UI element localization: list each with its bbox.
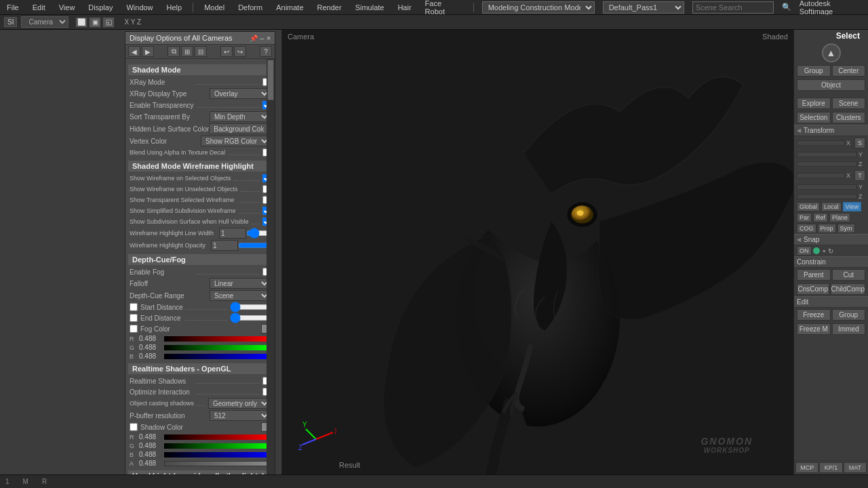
group2-btn[interactable]: Group (832, 309, 866, 321)
t-btn[interactable]: T (854, 170, 865, 181)
start-distance-slider[interactable] (230, 304, 271, 310)
camera-selector[interactable]: Camera (21, 16, 68, 28)
xray-display-type-dropdown[interactable]: Overlay (210, 88, 271, 99)
shadow-r-bar[interactable] (164, 434, 271, 440)
view-btn[interactable]: View (843, 202, 861, 211)
bottom-numbers: 1 M R (5, 478, 47, 485)
group-btn[interactable]: Group (797, 65, 831, 77)
fog-g-bar[interactable] (164, 345, 271, 350)
bottom-num-m: M (23, 478, 28, 485)
mcp-tab-btn[interactable]: MCP (795, 462, 818, 473)
object-btn[interactable]: Object (797, 79, 865, 91)
dialog-scrollbar[interactable] (267, 59, 275, 474)
menu-facerobot[interactable]: Face Robot (422, 0, 465, 17)
immed-btn[interactable]: Immed (832, 323, 866, 335)
cnscomp-btn[interactable]: CnsComp (797, 283, 829, 295)
on-btn[interactable]: ON (797, 246, 812, 256)
dlg-tb-a4[interactable]: ↩ (220, 46, 233, 57)
wireframe-line-width-input[interactable] (219, 228, 246, 239)
scene-search[interactable] (692, 1, 774, 14)
shadow-b-bar[interactable] (164, 452, 271, 458)
menu-edit[interactable]: Edit (30, 2, 48, 13)
menu-help[interactable]: Help (164, 2, 185, 13)
menu-simulate[interactable]: Simulate (353, 2, 387, 13)
start-distance-check[interactable] (130, 303, 138, 311)
menu-hair[interactable]: Hair (395, 2, 414, 13)
dialog-scrollbar-thumb[interactable] (267, 60, 274, 100)
select-cursor-icon[interactable]: ▲ (822, 43, 841, 62)
dlg-tb-a1[interactable]: ⧉ (167, 46, 180, 57)
dlg-tb-fwd[interactable]: ▶ (142, 46, 154, 57)
hidden-line-dropdown[interactable]: Background Color (209, 123, 275, 134)
pbuffer-dropdown[interactable]: 512 (210, 410, 271, 421)
dialog-pin-btn[interactable]: 📌 (250, 35, 258, 42)
freeze-btn[interactable]: Freeze (797, 309, 831, 321)
sort-transparent-dropdown[interactable]: Min Depth (210, 111, 271, 122)
dlg-tb-a5[interactable]: ↪ (234, 46, 246, 57)
x-slider[interactable] (797, 140, 845, 146)
cut-btn[interactable]: Cut (832, 269, 866, 281)
selection-btn[interactable]: Selection (797, 112, 831, 123)
fog-r-bar[interactable] (164, 336, 271, 342)
shadow-color-check[interactable] (130, 423, 138, 431)
falloff-dropdown[interactable]: Linear (210, 278, 271, 289)
shaded-mode-section: Shaded Mode (128, 64, 272, 75)
ref-btn[interactable]: Ref (813, 213, 828, 222)
snap-label: Snap (804, 236, 819, 243)
scene-btn[interactable]: Scene (832, 98, 866, 109)
search-icon[interactable]: 🔍 (782, 3, 791, 12)
left-panel: Display Options of All Cameras 📌 – × ◀ ▶… (0, 30, 282, 474)
dialog-minimize-btn[interactable]: – (260, 35, 264, 42)
center-btn[interactable]: Center (832, 65, 866, 77)
menu-model[interactable]: Model (201, 2, 227, 13)
shadow-a-bar[interactable] (164, 461, 271, 466)
dlg-tb-back[interactable]: ◀ (128, 46, 140, 57)
menu-deform[interactable]: Deform (235, 2, 265, 13)
plane-btn[interactable]: Plane (829, 213, 850, 222)
tb-icon3[interactable]: ◱ (102, 17, 115, 28)
y2-slider[interactable] (797, 184, 857, 190)
z2-slider[interactable] (797, 194, 857, 199)
freeze-m-btn[interactable]: Freeze M (797, 323, 831, 335)
menu-display[interactable]: Display (85, 2, 115, 13)
clusters-btn[interactable]: Clusters (832, 112, 866, 123)
fog-color-check[interactable] (130, 325, 138, 333)
pass-dropdown[interactable]: Default_Pass1 (603, 1, 684, 14)
object-casting-dropdown[interactable]: Geometry only (208, 398, 271, 409)
z-slider[interactable] (797, 161, 857, 167)
viewport: Camera Shaded (282, 30, 793, 474)
dlg-tb-a3[interactable]: ⊟ (195, 46, 207, 57)
local-btn[interactable]: Local (821, 202, 842, 211)
prop-btn[interactable]: Prop (818, 224, 836, 233)
y-slider[interactable] (797, 152, 857, 157)
par-btn[interactable]: Par (797, 213, 812, 222)
kp1-tab-btn[interactable]: KP/1 (819, 462, 842, 473)
shadow-g-bar[interactable] (164, 443, 271, 449)
mode-dropdown[interactable]: Modeling Construction Mode (482, 1, 595, 14)
childcomp-btn[interactable]: ChildComp (831, 283, 865, 295)
menu-render[interactable]: Render (315, 2, 344, 13)
explore-btn[interactable]: Explore (797, 98, 831, 109)
depth-cue-range-dropdown[interactable]: Scene (210, 290, 271, 301)
tb-icon2[interactable]: ▣ (89, 17, 101, 28)
tb-icon1[interactable]: ⬜ (75, 17, 87, 28)
global-btn[interactable]: Global (797, 202, 820, 211)
mat-tab-btn[interactable]: MAT (844, 462, 867, 473)
dialog-close-btn[interactable]: × (267, 35, 271, 42)
vertex-color-dropdown[interactable]: Show RGB Color (201, 136, 271, 146)
menu-view[interactable]: View (56, 2, 78, 13)
menu-window[interactable]: Window (123, 2, 155, 13)
cog-btn[interactable]: COG (797, 224, 816, 233)
menu-file[interactable]: File (4, 2, 22, 13)
end-distance-check[interactable] (130, 314, 138, 322)
s-btn[interactable]: S (854, 138, 865, 148)
sym-btn[interactable]: Sym (837, 224, 855, 233)
wireframe-opacity-input[interactable] (211, 240, 238, 251)
dlg-tb-help[interactable]: ? (260, 46, 272, 57)
menu-animate[interactable]: Animate (273, 2, 306, 13)
x2-slider[interactable] (797, 173, 845, 178)
end-distance-slider[interactable] (230, 314, 271, 321)
fog-b-bar[interactable] (164, 354, 271, 359)
dlg-tb-a2[interactable]: ⊞ (181, 46, 193, 57)
parent-btn[interactable]: Parent (797, 269, 831, 281)
